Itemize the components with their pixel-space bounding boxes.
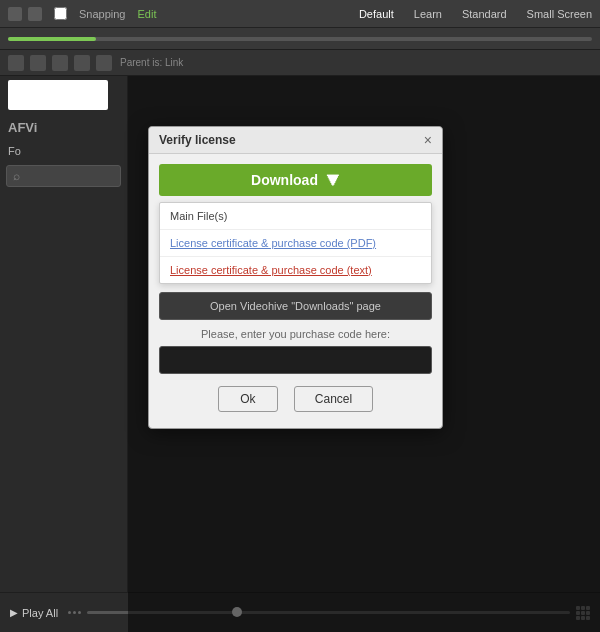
progress-fill — [8, 37, 96, 41]
toolbar-nav: Default Learn Standard Small Screen — [359, 8, 592, 20]
search-box[interactable]: ⌕ — [6, 165, 121, 187]
modal-body: Download ⯆ Main File(s) License certific… — [149, 154, 442, 428]
secondary-toolbar — [0, 28, 600, 50]
tool-icon-5[interactable] — [96, 55, 112, 71]
play-all-label: Play All — [22, 607, 58, 619]
modal-footer: Ok Cancel — [159, 386, 432, 418]
center-content: Verify license × Download ⯆ Main File(s)… — [128, 76, 600, 632]
dot-1 — [68, 611, 71, 614]
snapping-checkbox[interactable] — [54, 7, 67, 20]
sidebar-white-block — [8, 80, 108, 110]
search-icon: ⌕ — [13, 169, 20, 183]
purchase-code-label: Please, enter you purchase code here: — [159, 328, 432, 340]
modal-title: Verify license — [159, 133, 236, 147]
modal-dialog: Verify license × Download ⯆ Main File(s)… — [148, 126, 443, 429]
modal-header: Verify license × — [149, 127, 442, 154]
nav-default[interactable]: Default — [359, 8, 394, 20]
open-downloads-button[interactable]: Open Videohive "Downloads" page — [159, 292, 432, 320]
left-sidebar: AFVi Fo ⌕ — [0, 76, 128, 632]
ok-button[interactable]: Ok — [218, 386, 278, 412]
purchase-code-input[interactable] — [159, 346, 432, 374]
play-icon: ▶ — [10, 607, 18, 618]
fo-label: Fo — [0, 141, 127, 161]
tool-icon-1[interactable] — [8, 55, 24, 71]
dropdown-item-license-pdf[interactable]: License certificate & purchase code (PDF… — [160, 230, 431, 257]
download-arrow-icon: ⯆ — [326, 172, 340, 188]
download-button[interactable]: Download ⯆ — [159, 164, 432, 196]
main-content: AFVi Fo ⌕ Verify license × Download ⯆ — [0, 76, 600, 632]
toolbar-icons-left — [8, 7, 42, 21]
top-toolbar: Snapping Edit Default Learn Standard Sma… — [0, 0, 600, 28]
toolbar-green-label: Edit — [138, 8, 157, 20]
progress-bar — [8, 37, 592, 41]
dot-2 — [73, 611, 76, 614]
dot-3 — [78, 611, 81, 614]
nav-small-screen[interactable]: Small Screen — [527, 8, 592, 20]
third-toolbar: Parent is: Link — [0, 50, 600, 76]
breadcrumb: Parent is: Link — [120, 57, 183, 68]
tool-icon-2[interactable] — [30, 55, 46, 71]
snapping-label: Snapping — [79, 8, 126, 20]
toolbar-icon-2 — [28, 7, 42, 21]
download-button-label: Download — [251, 172, 318, 188]
afv-label: AFVi — [0, 114, 127, 141]
timeline-dots-left — [68, 611, 81, 614]
toolbar-icon-1 — [8, 7, 22, 21]
dropdown-item-license-text[interactable]: License certificate & purchase code (tex… — [160, 257, 431, 283]
tool-icon-4[interactable] — [74, 55, 90, 71]
cancel-button[interactable]: Cancel — [294, 386, 373, 412]
play-all-section: ▶ Play All — [10, 607, 58, 619]
tool-icon-3[interactable] — [52, 55, 68, 71]
modal-close-button[interactable]: × — [424, 133, 432, 147]
third-toolbar-icons — [8, 55, 112, 71]
dropdown-item-main-files[interactable]: Main File(s) — [160, 203, 431, 230]
nav-standard[interactable]: Standard — [462, 8, 507, 20]
download-dropdown: Main File(s) License certificate & purch… — [159, 202, 432, 284]
nav-learn[interactable]: Learn — [414, 8, 442, 20]
